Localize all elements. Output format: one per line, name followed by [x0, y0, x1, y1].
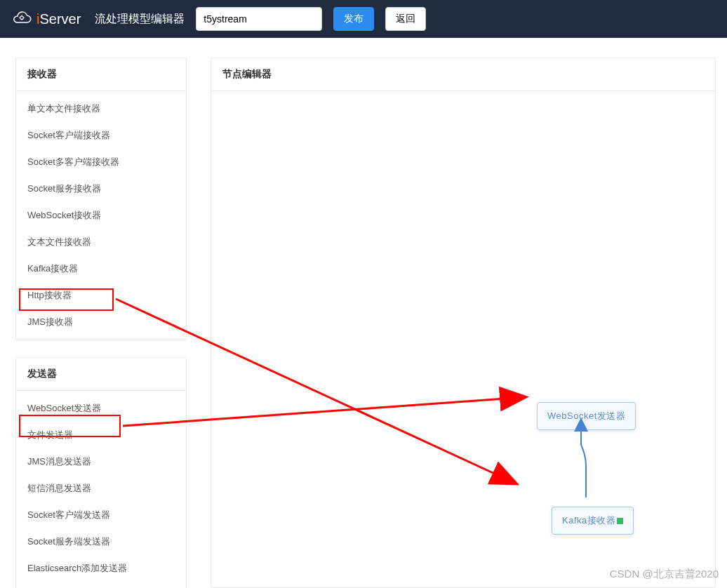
- senders-panel-title: 发送器: [16, 358, 186, 391]
- logo: iServer: [11, 10, 81, 29]
- receiver-item[interactable]: 单文本文件接收器: [16, 95, 186, 122]
- receivers-panel-title: 接收器: [16, 58, 186, 91]
- receivers-list: 单文本文件接收器Socket客户端接收器Socket多客户端接收器Socket服…: [16, 91, 186, 340]
- receiver-item[interactable]: Socket多客户端接收器: [16, 149, 186, 175]
- node-websocket-sender[interactable]: WebSocket发送器: [537, 402, 636, 430]
- receiver-item[interactable]: Socket服务接收器: [16, 175, 186, 202]
- receivers-panel: 接收器 单文本文件接收器Socket客户端接收器Socket多客户端接收器Soc…: [15, 58, 187, 340]
- node-editor-title: 节点编辑器: [211, 58, 715, 91]
- logo-text: iServer: [36, 11, 81, 27]
- receiver-item[interactable]: Kafka接收器: [16, 255, 186, 282]
- sender-item[interactable]: Socket服务端发送器: [16, 528, 186, 555]
- svg-point-0: [20, 16, 24, 20]
- sender-item[interactable]: WebSocket发送器: [16, 395, 186, 422]
- page-title: 流处理模型编辑器: [95, 12, 185, 27]
- node-label: WebSocket发送器: [547, 410, 625, 421]
- sender-item[interactable]: Elasticsearch更新发送器: [16, 582, 186, 588]
- sender-item[interactable]: JMS消息发送器: [16, 448, 186, 475]
- back-button[interactable]: 返回: [385, 7, 426, 31]
- receiver-item[interactable]: Socket客户端接收器: [16, 122, 186, 149]
- sender-item[interactable]: 短信消息发送器: [16, 475, 186, 502]
- content-area: 接收器 单文本文件接收器Socket客户端接收器Socket多客户端接收器Soc…: [0, 38, 727, 588]
- cursor-indicator-icon: [617, 518, 623, 524]
- sender-item[interactable]: Elasticsearch添加发送器: [16, 555, 186, 582]
- node-label: Kafka接收器: [562, 515, 615, 526]
- stream-name-input[interactable]: [196, 7, 322, 31]
- sender-item[interactable]: 文件发送器: [16, 422, 186, 448]
- receiver-item[interactable]: 文本文件接收器: [16, 229, 186, 255]
- senders-panel: 发送器 WebSocket发送器文件发送器JMS消息发送器短信消息发送器Sock…: [15, 357, 187, 588]
- node-editor-panel: 节点编辑器 WebSocket发送器 Kafka接收器: [211, 58, 716, 588]
- sender-item[interactable]: Socket客户端发送器: [16, 502, 186, 528]
- receiver-item[interactable]: Http接收器: [16, 282, 186, 309]
- editor-main: 节点编辑器 WebSocket发送器 Kafka接收器: [199, 38, 727, 588]
- cloud-logo-icon: [11, 10, 32, 29]
- receiver-item[interactable]: WebSocket接收器: [16, 202, 186, 229]
- receiver-item[interactable]: JMS接收器: [16, 309, 186, 335]
- senders-list: WebSocket发送器文件发送器JMS消息发送器短信消息发送器Socket客户…: [16, 391, 186, 588]
- sidebar[interactable]: 接收器 单文本文件接收器Socket客户端接收器Socket多客户端接收器Soc…: [0, 38, 199, 588]
- topbar: iServer 流处理模型编辑器 发布 返回: [0, 0, 727, 38]
- publish-button[interactable]: 发布: [333, 7, 374, 31]
- node-kafka-receiver[interactable]: Kafka接收器: [552, 507, 634, 535]
